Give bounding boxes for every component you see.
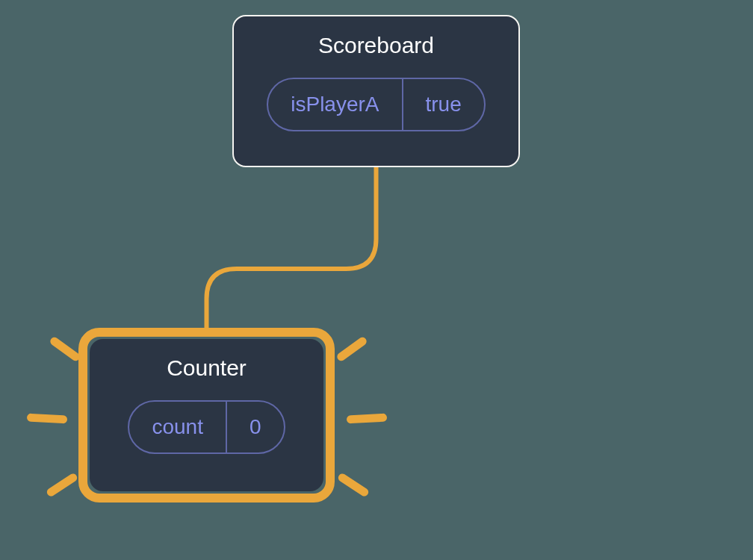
spark-icon (347, 414, 388, 424)
counter-node: Counter count 0 (90, 339, 323, 491)
spark-icon (27, 414, 68, 424)
spark-icon (49, 336, 81, 363)
scoreboard-node: Scoreboard isPlayerA true (232, 15, 520, 167)
scoreboard-state-pill: isPlayerA true (267, 78, 486, 131)
spark-icon (46, 472, 79, 497)
spark-icon (337, 472, 371, 497)
counter-state-key: count (129, 402, 226, 452)
counter-state-pill: count 0 (128, 400, 285, 454)
scoreboard-state-value: true (403, 79, 484, 130)
scoreboard-title: Scoreboard (318, 33, 434, 58)
counter-state-value: 0 (227, 402, 284, 452)
spark-icon (335, 336, 368, 363)
counter-title: Counter (167, 355, 247, 381)
scoreboard-state-key: isPlayerA (268, 79, 401, 130)
